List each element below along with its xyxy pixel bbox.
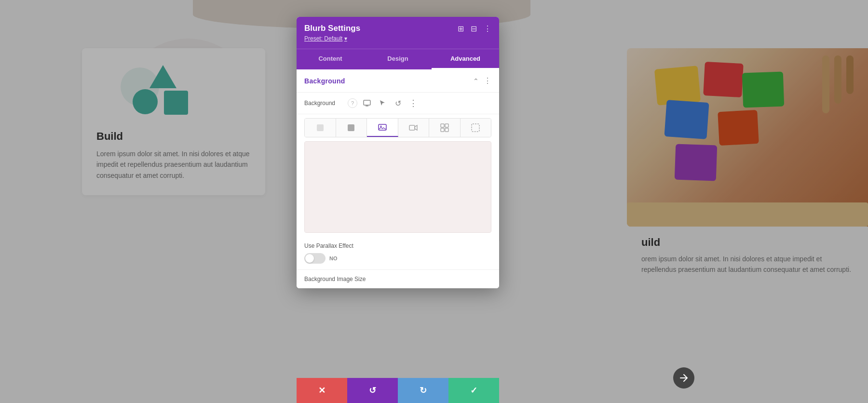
svg-rect-8 (445, 124, 448, 127)
parallax-toggle[interactable] (304, 253, 326, 264)
image-preview[interactable] (304, 141, 491, 233)
bg-more-icon-btn[interactable]: ⋮ (407, 97, 419, 109)
parallax-row: Use Parallax Effect NO (297, 237, 499, 270)
svg-rect-2 (317, 124, 324, 131)
bg-type-tabs (304, 118, 491, 137)
bg-type-pattern[interactable] (429, 119, 461, 137)
bg-type-gradient[interactable] (336, 119, 367, 137)
tab-content[interactable]: Content (297, 49, 364, 69)
help-icon-btn[interactable]: ? (348, 98, 357, 108)
svg-rect-11 (472, 124, 479, 132)
background-row: Background ? ↺ ⋮ (297, 93, 499, 114)
panel-header-icons: ⊞ ⊟ ⋮ (458, 24, 491, 33)
svg-point-5 (380, 126, 381, 127)
background-section: Background ⌃ ⋮ Background ? (297, 69, 499, 288)
panel-title: Blurb Settings (304, 24, 360, 33)
bg-type-mask[interactable] (461, 119, 491, 137)
sidebar-icon[interactable]: ⊟ (471, 24, 477, 33)
bg-type-image[interactable] (367, 119, 398, 137)
panel-header-top: Blurb Settings ⊞ ⊟ ⋮ (304, 24, 491, 33)
svg-rect-9 (441, 128, 444, 132)
cursor-icon-btn[interactable] (377, 97, 388, 109)
bg-label: Background (304, 100, 343, 107)
panel-header: Blurb Settings ⊞ ⊟ ⋮ Preset: Default ▾ (297, 17, 499, 49)
refresh-button[interactable]: ↻ (398, 378, 448, 403)
tab-advanced[interactable]: Advanced (432, 49, 499, 69)
panel-actions: ✕ ↺ ↻ ✓ (297, 378, 499, 403)
fullscreen-icon[interactable]: ⊞ (458, 24, 464, 33)
svg-rect-10 (445, 128, 448, 132)
svg-rect-4 (379, 124, 386, 130)
panel-body: Background ⌃ ⋮ Background ? (297, 69, 499, 288)
preset-arrow: ▾ (344, 35, 347, 42)
image-size-label: Background Image Size (304, 276, 491, 282)
panel-tabs: Content Design Advanced (297, 49, 499, 69)
svg-rect-7 (441, 124, 444, 127)
svg-rect-3 (348, 124, 354, 131)
section-more-icon[interactable]: ⋮ (484, 76, 491, 85)
image-size-row: Background Image Size (297, 270, 499, 288)
image-preview-bg (305, 142, 491, 232)
section-title: Background (304, 77, 345, 85)
chevron-up-icon[interactable]: ⌃ (473, 77, 479, 85)
floating-action-button[interactable] (673, 367, 694, 389)
bg-type-color[interactable] (305, 119, 336, 137)
toggle-container: NO (304, 253, 491, 264)
bg-type-video[interactable] (398, 119, 430, 137)
tab-design[interactable]: Design (364, 49, 432, 69)
confirm-button[interactable]: ✓ (448, 378, 499, 403)
parallax-label: Use Parallax Effect (304, 242, 491, 249)
panel-preset[interactable]: Preset: Default ▾ (304, 35, 491, 42)
svg-rect-0 (364, 100, 370, 105)
section-header[interactable]: Background ⌃ ⋮ (297, 69, 499, 93)
svg-rect-1 (366, 106, 368, 107)
undo-icon-btn[interactable]: ↺ (392, 97, 404, 109)
preset-label: Preset: Default (304, 35, 342, 42)
desktop-icon-btn[interactable] (361, 97, 373, 109)
reset-button[interactable]: ↺ (347, 378, 398, 403)
more-icon[interactable]: ⋮ (484, 24, 491, 33)
blurb-settings-panel: Blurb Settings ⊞ ⊟ ⋮ Preset: Default ▾ C… (297, 17, 499, 288)
bg-icons-row: ? ↺ ⋮ (348, 97, 419, 109)
parallax-value: NO (329, 255, 338, 261)
svg-rect-6 (409, 125, 415, 130)
section-header-right: ⌃ ⋮ (473, 76, 491, 85)
cancel-button[interactable]: ✕ (297, 378, 347, 403)
